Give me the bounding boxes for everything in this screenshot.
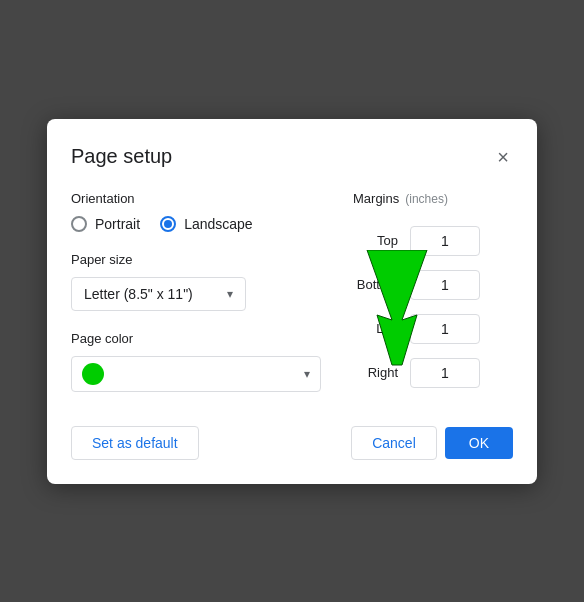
paper-size-label: Paper size (71, 252, 321, 267)
landscape-label: Landscape (184, 216, 253, 232)
orientation-options: Portrait Landscape (71, 216, 321, 232)
paper-size-dropdown[interactable]: Letter (8.5" x 11") ▾ (71, 277, 246, 311)
chevron-down-icon: ▾ (227, 287, 233, 301)
cancel-button[interactable]: Cancel (351, 426, 437, 460)
top-margin-input[interactable] (410, 226, 480, 256)
landscape-option[interactable]: Landscape (160, 216, 253, 232)
margins-header: Margins (inches) (353, 191, 513, 216)
margins-unit: (inches) (405, 192, 448, 206)
left-column: Orientation Portrait Landscape Paper siz… (71, 191, 321, 402)
margin-row-left: Left (353, 314, 513, 344)
margin-row-right: Right (353, 358, 513, 388)
bottom-margin-input[interactable] (410, 270, 480, 300)
margins-label: Margins (353, 191, 399, 206)
page-color-section: Page color ▾ (71, 331, 321, 392)
dialog-header: Page setup × (71, 143, 513, 171)
page-setup-dialog: Page setup × Orientation Portrait Landsc… (47, 119, 537, 484)
right-margin-input[interactable] (410, 358, 480, 388)
close-button[interactable]: × (493, 143, 513, 171)
color-circle (82, 363, 104, 385)
orientation-label: Orientation (71, 191, 321, 206)
margin-row-bottom: Bottom (353, 270, 513, 300)
right-margin-label: Right (353, 365, 398, 380)
top-margin-label: Top (353, 233, 398, 248)
portrait-label: Portrait (95, 216, 140, 232)
right-column: Margins (inches) Top Bottom Left Right (353, 191, 513, 402)
page-color-label: Page color (71, 331, 321, 346)
portrait-option[interactable]: Portrait (71, 216, 140, 232)
margin-row-top: Top (353, 226, 513, 256)
dialog-title: Page setup (71, 145, 172, 168)
set-as-default-button[interactable]: Set as default (71, 426, 199, 460)
bottom-margin-label: Bottom (353, 277, 398, 292)
paper-size-value: Letter (8.5" x 11") (84, 286, 193, 302)
dialog-footer: Set as default Cancel OK (71, 426, 513, 460)
ok-button[interactable]: OK (445, 427, 513, 459)
chevron-down-icon-color: ▾ (304, 367, 310, 381)
left-margin-label: Left (353, 321, 398, 336)
color-swatch-button[interactable]: ▾ (71, 356, 321, 392)
landscape-radio[interactable] (160, 216, 176, 232)
portrait-radio[interactable] (71, 216, 87, 232)
left-margin-input[interactable] (410, 314, 480, 344)
dialog-overlay: Page setup × Orientation Portrait Landsc… (0, 0, 584, 602)
paper-size-section: Paper size Letter (8.5" x 11") ▾ (71, 252, 321, 311)
dialog-body: Orientation Portrait Landscape Paper siz… (71, 191, 513, 402)
